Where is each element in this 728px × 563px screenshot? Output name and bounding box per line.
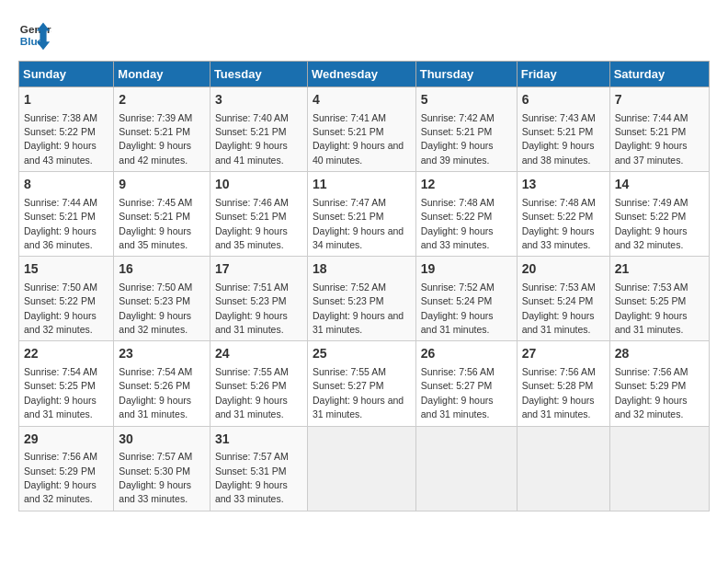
day-info: Sunrise: 7:47 AMSunset: 5:21 PMDaylight:… [313, 197, 404, 250]
day-info: Sunrise: 7:50 AMSunset: 5:23 PMDaylight:… [119, 282, 192, 335]
day-info: Sunrise: 7:57 AMSunset: 5:31 PMDaylight:… [215, 451, 289, 504]
day-cell: 6Sunrise: 7:43 AMSunset: 5:21 PMDaylight… [517, 87, 609, 172]
day-cell: 13Sunrise: 7:48 AMSunset: 5:22 PMDayligh… [517, 172, 609, 257]
day-cell: 16Sunrise: 7:50 AMSunset: 5:23 PMDayligh… [114, 257, 210, 341]
day-cell: 4Sunrise: 7:41 AMSunset: 5:21 PMDaylight… [307, 87, 415, 172]
week-row-5: 29Sunrise: 7:56 AMSunset: 5:29 PMDayligh… [19, 426, 710, 511]
day-number: 8 [24, 176, 108, 194]
day-number: 21 [615, 260, 704, 279]
calendar-table: SundayMondayTuesdayWednesdayThursdayFrid… [18, 61, 710, 511]
header-row: SundayMondayTuesdayWednesdayThursdayFrid… [19, 62, 710, 87]
day-number: 14 [615, 176, 704, 194]
day-cell: 28Sunrise: 7:56 AMSunset: 5:29 PMDayligh… [609, 341, 709, 426]
day-cell: 22Sunrise: 7:54 AMSunset: 5:25 PMDayligh… [19, 341, 114, 426]
day-cell [609, 426, 709, 511]
day-info: Sunrise: 7:45 AMSunset: 5:21 PMDaylight:… [119, 197, 192, 250]
day-cell: 29Sunrise: 7:56 AMSunset: 5:29 PMDayligh… [19, 426, 114, 511]
day-number: 16 [119, 260, 205, 279]
day-info: Sunrise: 7:41 AMSunset: 5:21 PMDaylight:… [313, 112, 404, 166]
column-header-tuesday: Tuesday [210, 62, 307, 87]
day-number: 12 [421, 176, 512, 194]
day-number: 22 [24, 345, 108, 363]
day-number: 17 [215, 260, 302, 279]
day-number: 25 [313, 345, 411, 363]
day-number: 6 [522, 91, 605, 109]
day-info: Sunrise: 7:46 AMSunset: 5:21 PMDaylight:… [215, 197, 289, 250]
week-row-3: 15Sunrise: 7:50 AMSunset: 5:22 PMDayligh… [19, 257, 710, 341]
logo: General Blue [18, 18, 51, 52]
column-header-saturday: Saturday [609, 62, 709, 87]
day-info: Sunrise: 7:38 AMSunset: 5:22 PMDaylight:… [24, 112, 97, 166]
day-number: 9 [119, 176, 205, 194]
column-header-friday: Friday [517, 62, 609, 87]
day-info: Sunrise: 7:55 AMSunset: 5:27 PMDaylight:… [313, 366, 404, 419]
day-info: Sunrise: 7:54 AMSunset: 5:26 PMDaylight:… [119, 366, 192, 419]
day-cell: 5Sunrise: 7:42 AMSunset: 5:21 PMDaylight… [415, 87, 517, 172]
day-number: 20 [522, 260, 605, 279]
day-number: 15 [24, 260, 108, 279]
day-number: 27 [522, 345, 605, 363]
day-cell: 7Sunrise: 7:44 AMSunset: 5:21 PMDaylight… [609, 87, 709, 172]
day-cell: 20Sunrise: 7:53 AMSunset: 5:24 PMDayligh… [517, 257, 609, 341]
day-info: Sunrise: 7:51 AMSunset: 5:23 PMDaylight:… [215, 282, 289, 335]
day-number: 2 [119, 91, 205, 109]
day-cell: 30Sunrise: 7:57 AMSunset: 5:30 PMDayligh… [114, 426, 210, 511]
day-cell: 1Sunrise: 7:38 AMSunset: 5:22 PMDaylight… [19, 87, 114, 172]
day-cell: 18Sunrise: 7:52 AMSunset: 5:23 PMDayligh… [307, 257, 415, 341]
day-info: Sunrise: 7:49 AMSunset: 5:22 PMDaylight:… [615, 197, 688, 250]
day-cell: 27Sunrise: 7:56 AMSunset: 5:28 PMDayligh… [517, 341, 609, 426]
week-row-4: 22Sunrise: 7:54 AMSunset: 5:25 PMDayligh… [19, 341, 710, 426]
day-info: Sunrise: 7:56 AMSunset: 5:29 PMDaylight:… [615, 366, 688, 419]
day-number: 23 [119, 345, 205, 363]
day-number: 31 [215, 431, 302, 449]
day-info: Sunrise: 7:54 AMSunset: 5:25 PMDaylight:… [24, 366, 97, 419]
day-cell [307, 426, 415, 511]
day-number: 19 [421, 260, 512, 279]
day-cell: 11Sunrise: 7:47 AMSunset: 5:21 PMDayligh… [307, 172, 415, 257]
column-header-wednesday: Wednesday [307, 62, 415, 87]
day-number: 18 [313, 260, 411, 279]
day-info: Sunrise: 7:53 AMSunset: 5:24 PMDaylight:… [522, 282, 596, 335]
day-number: 26 [421, 345, 512, 363]
day-number: 5 [421, 91, 512, 109]
day-cell: 8Sunrise: 7:44 AMSunset: 5:21 PMDaylight… [19, 172, 114, 257]
day-number: 10 [215, 176, 302, 194]
column-header-thursday: Thursday [415, 62, 517, 87]
day-cell: 25Sunrise: 7:55 AMSunset: 5:27 PMDayligh… [307, 341, 415, 426]
week-row-1: 1Sunrise: 7:38 AMSunset: 5:22 PMDaylight… [19, 87, 710, 172]
day-info: Sunrise: 7:43 AMSunset: 5:21 PMDaylight:… [522, 112, 596, 166]
day-cell: 15Sunrise: 7:50 AMSunset: 5:22 PMDayligh… [19, 257, 114, 341]
day-info: Sunrise: 7:50 AMSunset: 5:22 PMDaylight:… [24, 282, 97, 335]
column-header-monday: Monday [114, 62, 210, 87]
day-info: Sunrise: 7:52 AMSunset: 5:24 PMDaylight:… [421, 282, 495, 335]
day-number: 30 [119, 431, 205, 449]
day-number: 24 [215, 345, 302, 363]
day-number: 3 [215, 91, 302, 109]
day-cell: 17Sunrise: 7:51 AMSunset: 5:23 PMDayligh… [210, 257, 307, 341]
column-header-sunday: Sunday [19, 62, 114, 87]
day-cell: 21Sunrise: 7:53 AMSunset: 5:25 PMDayligh… [609, 257, 709, 341]
day-info: Sunrise: 7:48 AMSunset: 5:22 PMDaylight:… [522, 197, 596, 250]
day-info: Sunrise: 7:56 AMSunset: 5:28 PMDaylight:… [522, 366, 596, 419]
day-info: Sunrise: 7:44 AMSunset: 5:21 PMDaylight:… [24, 197, 97, 250]
day-cell: 26Sunrise: 7:56 AMSunset: 5:27 PMDayligh… [415, 341, 517, 426]
day-cell: 12Sunrise: 7:48 AMSunset: 5:22 PMDayligh… [415, 172, 517, 257]
day-number: 7 [615, 91, 704, 109]
day-cell: 23Sunrise: 7:54 AMSunset: 5:26 PMDayligh… [114, 341, 210, 426]
day-info: Sunrise: 7:44 AMSunset: 5:21 PMDaylight:… [615, 112, 688, 166]
day-info: Sunrise: 7:39 AMSunset: 5:21 PMDaylight:… [119, 112, 192, 166]
day-info: Sunrise: 7:52 AMSunset: 5:23 PMDaylight:… [313, 282, 404, 335]
day-cell: 2Sunrise: 7:39 AMSunset: 5:21 PMDaylight… [114, 87, 210, 172]
header: General Blue [18, 18, 710, 52]
day-info: Sunrise: 7:53 AMSunset: 5:25 PMDaylight:… [615, 282, 688, 335]
day-number: 11 [313, 176, 411, 194]
day-number: 4 [313, 91, 411, 109]
day-info: Sunrise: 7:55 AMSunset: 5:26 PMDaylight:… [215, 366, 289, 419]
day-cell: 3Sunrise: 7:40 AMSunset: 5:21 PMDaylight… [210, 87, 307, 172]
day-cell: 14Sunrise: 7:49 AMSunset: 5:22 PMDayligh… [609, 172, 709, 257]
day-number: 29 [24, 431, 108, 449]
week-row-2: 8Sunrise: 7:44 AMSunset: 5:21 PMDaylight… [19, 172, 710, 257]
day-cell: 24Sunrise: 7:55 AMSunset: 5:26 PMDayligh… [210, 341, 307, 426]
day-cell: 31Sunrise: 7:57 AMSunset: 5:31 PMDayligh… [210, 426, 307, 511]
day-number: 13 [522, 176, 605, 194]
